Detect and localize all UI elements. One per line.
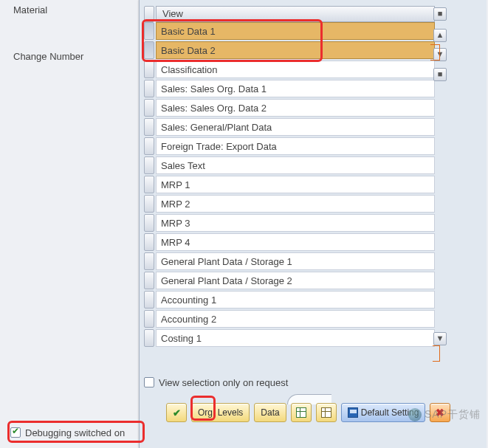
row-value[interactable]: Costing 1 [156,329,435,347]
f4-indicator-bottom [433,345,440,362]
row-value[interactable]: General Plant Data / Storage 2 [156,272,435,289]
list-item[interactable]: Accounting 1 [144,291,436,310]
deselect-all-button[interactable] [316,403,337,422]
row-value[interactable]: Sales Text [156,156,435,174]
row-value[interactable]: MRP 1 [156,176,435,193]
row-value[interactable]: MRP 4 [156,233,435,251]
column-header-view[interactable]: View [156,6,435,22]
list-item[interactable]: Sales: Sales Org. Data 2 [144,99,436,118]
debug-indicator-icon [10,427,21,438]
list-item[interactable]: General Plant Data / Storage 1 [144,252,436,272]
list-item[interactable]: MRP 2 [144,195,436,214]
list-item[interactable]: Basic Data 1 [144,22,436,41]
row-selector[interactable] [144,137,154,155]
list-item[interactable]: Sales Text [144,156,436,176]
row-selector[interactable] [144,99,154,117]
data-label: Data [261,407,279,418]
debug-status-text: Debugging switched on [25,427,125,438]
view-list: Basic Data 1Basic Data 2ClassificationSa… [144,22,436,348]
list-item[interactable]: Classification [144,61,436,80]
row-selector[interactable] [144,329,154,347]
row-value[interactable]: Sales: General/Plant Data [156,118,435,136]
org-levels-button[interactable]: Org. Levels [191,403,250,422]
row-value[interactable]: Sales: Sales Org. Data 1 [156,80,435,97]
select-view-dialog: View Basic Data 1Basic Data 2Classificat… [139,0,487,448]
list-item[interactable]: Sales: Sales Org. Data 1 [144,80,436,99]
grid-select-icon [296,407,306,418]
row-selector[interactable] [144,22,154,40]
grid-header-row: View [144,6,454,24]
row-value[interactable]: MRP 3 [156,214,435,232]
row-selector[interactable] [144,118,154,136]
left-form-panel: Material Change Number [0,0,139,448]
grid-deselect-icon [321,407,331,418]
continue-button[interactable]: ✔ [166,403,187,422]
row-selector[interactable] [144,291,154,309]
view-selection-only-row[interactable]: View selection only on request [144,373,288,391]
row-value[interactable]: General Plant Data / Storage 1 [156,252,435,270]
view-selection-only-checkbox[interactable] [144,377,154,387]
list-item[interactable]: Basic Data 2 [144,41,436,61]
row-selector[interactable] [144,195,154,213]
select-all-handle[interactable] [144,6,154,22]
row-value[interactable]: Foreign Trade: Export Data [156,137,435,155]
list-item[interactable]: MRP 4 [144,233,436,252]
watermark-text: SAP干货铺 [425,408,481,421]
watermark-icon [408,408,422,421]
list-item[interactable]: Sales: General/Plant Data [144,118,436,137]
change-number-label: Change Number [13,51,139,62]
view-selection-only-label: View selection only on request [159,377,288,388]
status-bar: Debugging switched on [10,424,125,441]
row-selector[interactable] [144,272,154,289]
list-item[interactable]: Costing 1 [144,329,436,348]
row-value[interactable]: Accounting 2 [156,310,435,328]
list-item[interactable]: Foreign Trade: Export Data [144,137,436,156]
row-selector[interactable] [144,214,154,232]
row-selector[interactable] [144,310,154,328]
scroll-down-bottom-button[interactable]: ▼ [433,332,447,345]
row-value[interactable]: Sales: Sales Org. Data 2 [156,99,435,117]
select-all-button[interactable] [291,403,312,422]
material-label: Material [13,4,139,15]
scroll-end-button[interactable]: ■ [433,68,447,81]
scroll-up-button[interactable]: ▲ [433,29,447,42]
row-selector[interactable] [144,233,154,251]
row-value[interactable]: Basic Data 2 [156,41,435,59]
list-item[interactable]: General Plant Data / Storage 2 [144,272,436,291]
org-levels-label: Org. Levels [198,407,243,418]
data-button[interactable]: Data [254,403,286,422]
row-value[interactable]: Accounting 1 [156,291,435,309]
list-item[interactable]: Accounting 2 [144,310,436,329]
f4-indicator-top [433,44,440,61]
row-selector[interactable] [144,156,154,174]
floppy-icon [348,407,358,418]
list-item[interactable]: MRP 3 [144,214,436,233]
row-selector[interactable] [144,41,154,59]
row-value[interactable]: Classification [156,61,435,78]
row-selector[interactable] [144,176,154,193]
scroll-home-button[interactable]: ■ [433,7,447,21]
row-selector[interactable] [144,80,154,97]
watermark: SAP干货铺 [408,408,481,421]
row-selector[interactable] [144,252,154,270]
row-value[interactable]: Basic Data 1 [156,22,435,40]
list-item[interactable]: MRP 1 [144,176,436,195]
row-value[interactable]: MRP 2 [156,195,435,213]
row-selector[interactable] [144,61,154,78]
check-icon: ✔ [173,407,181,418]
